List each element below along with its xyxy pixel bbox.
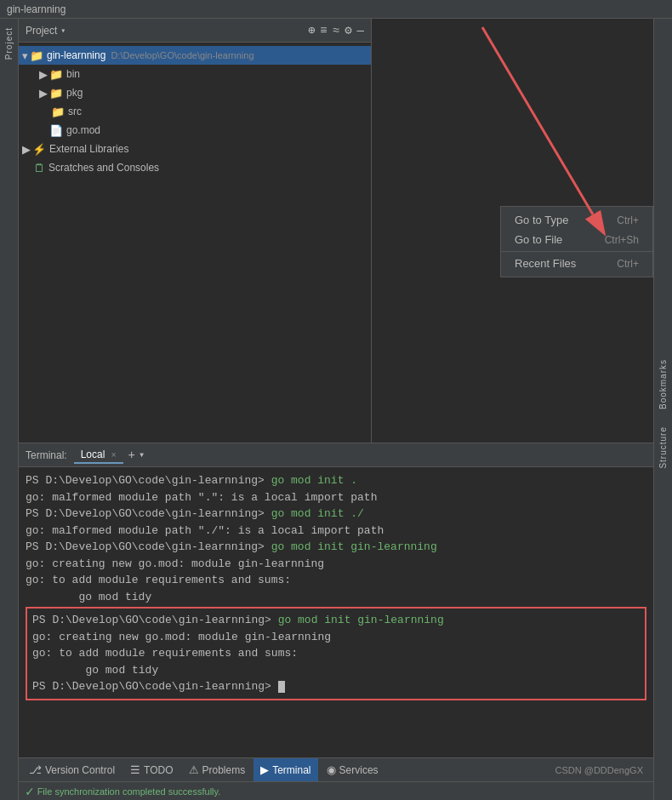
term-line-h1: PS D:\Develop\GO\code\gin-learnning> go … bbox=[32, 612, 640, 629]
header-icons: ⊕ ≡ ≈ ⚙ — bbox=[308, 23, 364, 37]
term-output-5: go mod tidy bbox=[26, 589, 646, 606]
term-output-2: go: malformed module path "./": is a loc… bbox=[26, 523, 646, 540]
tree-item-scratches[interactable]: 🗒 Scratches and Consoles bbox=[19, 158, 371, 177]
term-line-1: PS D:\Develop\GO\code\gin-learnning> go … bbox=[26, 472, 646, 489]
list-icon[interactable]: ≡ bbox=[320, 24, 327, 37]
tree-item-pkg[interactable]: ▶ 📁 pkg bbox=[19, 83, 371, 102]
terminal-dropdown[interactable]: ▾ bbox=[139, 449, 145, 461]
folder-icon-src: 📁 bbox=[51, 106, 65, 118]
term-output-h3: go mod tidy bbox=[32, 662, 640, 679]
chevron-right-icon-ext: ▶ bbox=[22, 143, 31, 156]
chevron-right-icon: ▶ bbox=[39, 68, 48, 81]
context-menu: Go to Type Ctrl+ Go to File Ctrl+Sh Rece… bbox=[500, 206, 653, 277]
terminal-area: Terminal: Local × + ▾ PS D:\Develop\GO\c… bbox=[19, 443, 653, 757]
terminal-tab-local-label: Local bbox=[81, 449, 105, 460]
scratches-icon: 🗒 bbox=[34, 162, 45, 174]
folder-icon-root: 📁 bbox=[30, 49, 43, 62]
context-menu-recent-files[interactable]: Recent Files Ctrl+ bbox=[501, 254, 652, 273]
context-menu-goto-file-label: Go to File bbox=[515, 233, 562, 246]
settings-icon[interactable]: ⚙ bbox=[345, 23, 351, 37]
terminal-add-button[interactable]: + bbox=[128, 449, 135, 462]
status-tab-version-control[interactable]: ⎇ Version Control bbox=[22, 758, 122, 781]
sort-icon[interactable]: ≈ bbox=[333, 24, 339, 37]
status-tab-services-label: Services bbox=[339, 764, 379, 776]
folder-icon-bin: 📁 bbox=[49, 68, 63, 81]
terminal-tab-close[interactable]: × bbox=[111, 450, 117, 460]
term-line-cursor: PS D:\Develop\GO\code\gin-learnning> bbox=[32, 678, 640, 695]
tree-item-label-bin: bin bbox=[66, 68, 80, 80]
term-prompt-3: PS D:\Develop\GO\code\gin-learnning> bbox=[26, 540, 271, 553]
context-menu-recent-files-shortcut: Ctrl+ bbox=[617, 258, 639, 270]
context-menu-goto-type-label: Go to Type bbox=[515, 214, 568, 226]
context-menu-recent-files-label: Recent Files bbox=[515, 257, 576, 270]
tree-item-root[interactable]: ▾ 📁 gin-learnning D:\Develop\GO\code\gin… bbox=[19, 46, 371, 65]
term-cursor bbox=[278, 681, 285, 693]
tree-item-gomod[interactable]: 📄 go.mod bbox=[19, 121, 371, 140]
status-bar: ⎇ Version Control ☰ TODO ⚠ Problems ▶ Te… bbox=[19, 757, 653, 781]
context-menu-divider bbox=[501, 251, 652, 252]
status-tab-terminal[interactable]: ▶ Terminal bbox=[253, 758, 317, 781]
folder-icon-pkg: 📁 bbox=[49, 87, 63, 100]
term-prompt-h1: PS D:\Develop\GO\code\gin-learnning> bbox=[32, 614, 278, 626]
right-panel: Go to Type Ctrl+ Go to File Ctrl+Sh Rece… bbox=[372, 19, 653, 443]
status-tab-version-control-label: Version Control bbox=[45, 764, 115, 776]
tree-item-src[interactable]: 📁 src bbox=[19, 102, 371, 121]
term-output-1: go: malformed module path ".": is a loca… bbox=[26, 489, 646, 506]
terminal-content[interactable]: PS D:\Develop\GO\code\gin-learnning> go … bbox=[19, 467, 653, 757]
term-output-4: go: to add module requirements and sums: bbox=[26, 572, 646, 589]
project-panel: Project ▾ ⊕ ≡ ≈ ⚙ — ▾ 📁 gin-l bbox=[19, 19, 372, 443]
tree-item-bin[interactable]: ▶ 📁 bin bbox=[19, 65, 371, 83]
project-header: Project ▾ ⊕ ≡ ≈ ⚙ — bbox=[19, 19, 371, 43]
context-menu-goto-file[interactable]: Go to File Ctrl+Sh bbox=[501, 230, 652, 249]
tree-item-label-scratches: Scratches and Consoles bbox=[48, 162, 159, 174]
notification-check-icon: ✓ bbox=[26, 783, 34, 800]
problems-icon: ⚠ bbox=[189, 763, 199, 776]
file-icon-gomod: 📄 bbox=[49, 124, 63, 137]
term-cmd-2: go mod init ./ bbox=[271, 507, 364, 520]
context-menu-goto-type[interactable]: Go to Type Ctrl+ bbox=[501, 210, 652, 230]
terminal-tab-local[interactable]: Local × bbox=[74, 447, 123, 464]
term-line-2: PS D:\Develop\GO\code\gin-learnning> go … bbox=[26, 506, 646, 523]
tree-item-label-gomod: go.mod bbox=[66, 124, 100, 136]
title-bar-text: gin-learnning bbox=[7, 3, 65, 15]
term-cmd-1: go mod init . bbox=[271, 474, 357, 487]
tree-item-label-root: gin-learnning bbox=[47, 49, 105, 61]
project-side-label: Project bbox=[4, 27, 14, 60]
tree-item-label-src: src bbox=[68, 106, 82, 117]
term-prompt-2: PS D:\Develop\GO\code\gin-learnning> bbox=[26, 507, 271, 520]
term-prompt-cursor: PS D:\Develop\GO\code\gin-learnning> bbox=[32, 680, 278, 693]
minimize-icon[interactable]: — bbox=[357, 24, 364, 37]
tree-item-external[interactable]: ▶ ⚡ External Libraries bbox=[19, 140, 371, 158]
term-output-h1: go: creating new go.mod: module gin-lear… bbox=[32, 629, 640, 646]
status-tab-todo[interactable]: ☰ TODO bbox=[123, 758, 179, 781]
left-side-bar: Project bbox=[0, 19, 19, 800]
top-panels: Project ▾ ⊕ ≡ ≈ ⚙ — ▾ 📁 gin-l bbox=[19, 19, 653, 443]
project-header-arrow[interactable]: ▾ bbox=[60, 26, 65, 36]
context-menu-goto-type-shortcut: Ctrl+ bbox=[617, 214, 639, 226]
chevron-right-icon-pkg: ▶ bbox=[39, 87, 48, 100]
terminal-tabs-bar: Terminal: Local × + ▾ bbox=[19, 443, 653, 467]
status-tab-services[interactable]: ◉ Services bbox=[320, 758, 385, 781]
todo-icon: ☰ bbox=[130, 763, 140, 776]
structure-side-label: Structure bbox=[658, 426, 668, 469]
term-line-3: PS D:\Develop\GO\code\gin-learnning> go … bbox=[26, 539, 646, 556]
chevron-down-icon: ▾ bbox=[22, 49, 28, 62]
version-control-icon: ⎇ bbox=[29, 763, 42, 776]
svg-line-1 bbox=[482, 27, 593, 214]
status-tab-problems[interactable]: ⚠ Problems bbox=[182, 758, 253, 781]
file-tree: ▾ 📁 gin-learnning D:\Develop\GO\code\gin… bbox=[19, 43, 371, 443]
terminal-highlight-block: PS D:\Develop\GO\code\gin-learnning> go … bbox=[26, 607, 646, 700]
term-prompt-1: PS D:\Develop\GO\code\gin-learnning> bbox=[26, 474, 271, 487]
tree-item-label-pkg: pkg bbox=[66, 87, 83, 99]
ext-lib-icon: ⚡ bbox=[32, 143, 46, 156]
center-area: Project ▾ ⊕ ≡ ≈ ⚙ — ▾ 📁 gin-l bbox=[19, 19, 653, 800]
term-output-3: go: creating new go.mod: module gin-lear… bbox=[26, 556, 646, 573]
term-output-h2: go: to add module requirements and sums: bbox=[32, 645, 640, 662]
terminal-icon: ▶ bbox=[260, 763, 269, 776]
right-side-bar: Bookmarks Structure bbox=[653, 19, 672, 800]
status-tab-todo-label: TODO bbox=[144, 764, 173, 776]
title-bar: gin-learnning bbox=[0, 0, 672, 19]
services-icon: ◉ bbox=[327, 763, 336, 776]
terminal-label: Terminal: bbox=[26, 449, 67, 461]
scope-icon[interactable]: ⊕ bbox=[308, 23, 315, 37]
